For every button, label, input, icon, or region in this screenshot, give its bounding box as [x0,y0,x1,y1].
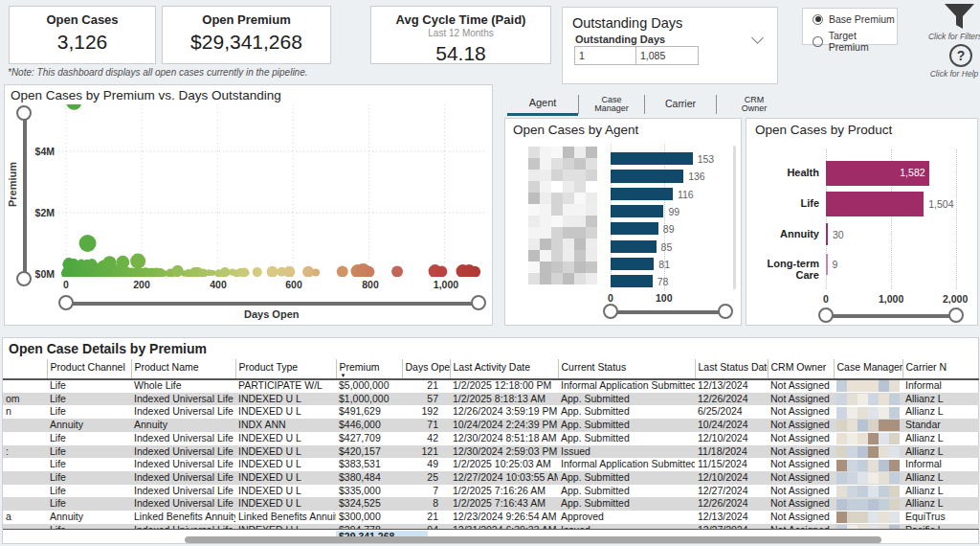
table-cell[interactable]: Not Assigned [768,445,834,459]
radio-option[interactable]: Base Premium [813,13,897,25]
table-cell[interactable]: 12/26/2024 3:59:19 PM [450,405,558,419]
table-cell[interactable]: 6/25/2024 [695,405,768,419]
table-cell[interactable] [3,458,47,471]
table-row[interactable]: aAnnuityLinked Benefits AnnuityLinked Be… [3,511,979,524]
table-cell[interactable]: $491,629 [336,405,402,419]
table-cell[interactable] [834,485,902,498]
table-row[interactable]: AnnuityAnnuityINDX ANN$446,0007110/24/20… [3,419,979,432]
table-cell[interactable]: Approved [558,511,695,524]
column-header-last-status-date[interactable]: Last Status Date [695,359,768,378]
table-cell[interactable]: 11/18/2024 [695,445,768,459]
agent-range-slider[interactable] [611,310,725,314]
table-cell[interactable]: Allianz L [902,393,979,406]
table-cell[interactable]: Life [47,393,131,406]
table-cell[interactable]: 12/27/2024 10:03:55 AM [450,471,558,485]
table-row[interactable]: LifeIndexed Universal LifeINDEXED U L$38… [3,458,979,471]
table-cell[interactable]: App. Submitted [558,419,695,432]
table-cell[interactable] [834,379,902,393]
table-cell[interactable]: App. Submitted [558,471,695,485]
table-cell[interactable]: Not Assigned [768,511,834,524]
premium-slider-handle-top[interactable] [16,105,32,121]
product-bar[interactable] [826,192,924,216]
table-cell[interactable] [834,419,902,432]
table-cell[interactable]: 7 [402,485,450,498]
column-header-product-type[interactable]: Product Type [235,359,336,378]
agent-bar[interactable] [611,152,693,165]
table-cell[interactable] [834,445,902,459]
table-cell[interactable]: INDEXED U L [235,497,336,511]
scatter-point[interactable] [267,266,278,277]
table-cell[interactable]: 1/2/2025 7:16:43 AM [450,497,558,511]
scatter-point[interactable] [102,256,116,269]
column-header-last-activity-date[interactable]: Last Activity Date [450,359,558,378]
table-cell[interactable]: Not Assigned [768,379,834,393]
table-cell[interactable]: Allianz L [902,497,979,511]
tab-case-manager[interactable]: CaseManager [579,93,644,116]
tab-crm-owner[interactable]: CRMOwner [717,93,791,116]
agent-scrollbar[interactable] [733,146,736,289]
table-cell[interactable]: 121 [402,445,450,459]
table-cell[interactable]: Informal [902,379,979,393]
table-cell[interactable]: Not Assigned [768,458,834,471]
table-cell[interactable]: Allianz L [902,471,979,485]
table-cell[interactable]: 12/23/2024 9:26:54 AM [450,511,558,524]
table-cell[interactable]: EquiTrus [902,511,979,524]
scatter-point[interactable] [79,268,89,277]
table-cell[interactable]: 10/24/2024 [695,419,768,432]
product-slider-handle-left[interactable] [818,307,834,323]
scatter-point[interactable] [66,270,73,277]
table-cell[interactable] [834,432,902,445]
table-cell[interactable]: 12/10/2024 [695,471,768,485]
table-cell[interactable]: Life [47,445,131,459]
table-row[interactable]: LifeIndexed Universal LifeINDEXED U L$42… [3,432,979,445]
table-cell[interactable]: INDEXED U L [235,471,336,485]
scatter-point[interactable] [220,267,230,277]
table-cell[interactable]: Life [47,497,131,511]
table-cell[interactable]: Allianz L [902,405,979,419]
agent-bar[interactable] [611,188,673,200]
table-cell[interactable]: 12/13/2024 [695,379,768,393]
scatter-point[interactable] [337,265,348,277]
table-cell[interactable]: Indexed Universal Life [131,432,235,445]
table-cell[interactable]: App. Submitted [558,405,695,419]
table-cell[interactable]: n [3,405,47,419]
table-cell[interactable]: Whole Life [131,379,235,393]
table-cell[interactable]: $446,000 [336,419,402,432]
table-cell[interactable]: 12/26/2024 [695,497,768,511]
table-cell[interactable]: Issued [558,445,695,459]
table-cell[interactable]: 12/27/2024 [695,485,768,498]
table-cell[interactable]: om [3,393,47,406]
table-cell[interactable]: 12/13/2024 [695,511,768,524]
table-cell[interactable]: INDEXED U L [235,458,336,471]
table-cell[interactable] [834,511,902,524]
table-cell[interactable]: 42 [402,432,450,445]
table-cell[interactable]: Indexed Universal Life [131,485,235,498]
table-cell[interactable]: 21 [402,511,450,524]
table-cell[interactable]: Not Assigned [768,405,834,419]
table-cell[interactable] [834,497,902,511]
table-cell[interactable]: Informal Application Submitted [558,458,695,471]
table-cell[interactable]: 12/30/2024 2:59:03 PM [450,445,558,459]
table-cell[interactable]: Indexed Universal Life [131,458,235,471]
table-cell[interactable]: Life [47,485,131,498]
table-cell[interactable]: PARTICIPATE W/L [235,379,336,393]
agent-slider-handle-left[interactable] [603,304,618,319]
agent-slider-handle-right[interactable] [718,304,733,319]
column-header-days-open[interactable]: Days Open [402,359,450,378]
table-cell[interactable]: App. Submitted [558,432,695,445]
scatter-point[interactable] [101,271,107,277]
scatter-point[interactable] [253,267,262,277]
table-cell[interactable]: Allianz L [902,445,979,459]
table-row[interactable]: LifeWhole LifePARTICIPATE W/L$5,000,0002… [3,379,979,393]
table-cell[interactable]: Not Assigned [768,432,834,445]
scatter-point[interactable] [391,265,403,277]
column-header-crm-owner[interactable]: CRM Owner [768,359,834,378]
table-cell[interactable]: $427,709 [336,432,402,445]
table-cell[interactable]: 11/15/2024 [695,458,768,471]
table-cell[interactable]: 10/24/2024 2:24:39 PM [450,419,558,432]
days-slider-handle-left[interactable] [58,295,74,310]
table-row[interactable]: LifeIndexed Universal LifeINDEXED U L$32… [3,497,979,511]
table-cell[interactable]: 21 [402,379,450,393]
table-cell[interactable]: Standar [902,419,979,432]
column-header-hidden[interactable] [3,359,47,378]
